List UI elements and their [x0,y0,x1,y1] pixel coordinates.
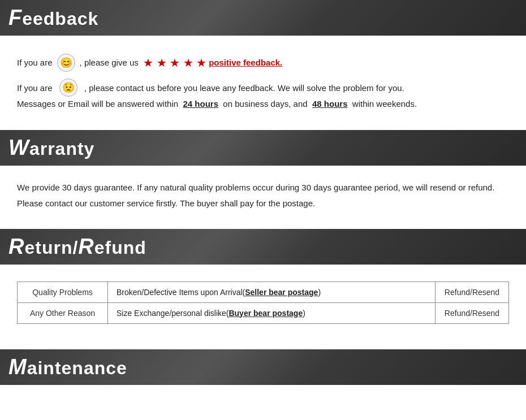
refund-title: Return/Refund [8,235,146,259]
hours-suffix-text: within weekends. [352,99,417,109]
refund-content: Quality Problems Broken/Defective Items … [0,265,526,344]
warranty-title: Warranty [8,136,94,160]
sad-emoji: 😟 [59,79,77,97]
positive-feedback-link[interactable]: positive feedback. [209,56,282,70]
hours-line-prefix: Messages or Email will be answered withi… [17,99,178,109]
refund-header: Return/Refund [0,229,526,265]
refund-section: Return/Refund Quality Problems Broken/De… [0,229,526,344]
happy-feedback-line: If you are 😊 , please give us ★ ★ ★ ★ ★ … [17,54,509,72]
maintenance-section: Maintenance [0,349,526,385]
sad-prefix-text: If you are [17,83,53,93]
happy-prefix-text: If you are [17,56,53,70]
warranty-content: We provide 30 days guarantee. If any nat… [0,166,526,229]
table-row: Quality Problems Broken/Defective Items … [18,282,509,302]
other-action-cell: Refund/Resend [436,302,509,323]
other-reason-cell: Any Other Reason [18,302,108,323]
other-description-cell: Size Exchange/personal dislike(Buyer bea… [108,302,436,323]
warranty-header: Warranty [0,130,526,166]
feedback-title: Feedback [8,6,98,30]
quality-description-cell: Broken/Defective Items upon Arrival(Sell… [108,282,436,302]
48-hours-text: 48 hours [312,99,348,109]
warranty-section: Warranty We provide 30 days guarantee. I… [0,130,526,229]
quality-action-cell: Refund/Resend [436,282,509,302]
sad-text: , please contact us before you leave any… [84,83,404,93]
hours-mid-text: on business days, and [223,99,307,109]
sad-feedback-block: If you are 😟 , please contact us before … [17,79,509,111]
happy-emoji: 😊 [57,54,75,72]
refund-table: Quality Problems Broken/Defective Items … [17,282,509,324]
table-row: Any Other Reason Size Exchange/personal … [18,302,509,323]
feedback-content: If you are 😊 , please give us ★ ★ ★ ★ ★ … [0,36,526,130]
star-rating: ★ ★ ★ ★ ★ [143,54,206,72]
quality-problems-cell: Quality Problems [18,282,108,302]
warranty-text: We provide 30 days guarantee. If any nat… [17,177,509,215]
feedback-section: Feedback If you are 😊 , please give us ★… [0,0,526,130]
24-hours-text: 24 hours [183,99,218,109]
feedback-header: Feedback [0,0,526,36]
happy-suffix-text: , please give us [80,56,139,70]
maintenance-header: Maintenance [0,349,526,385]
maintenance-title: Maintenance [8,355,127,379]
